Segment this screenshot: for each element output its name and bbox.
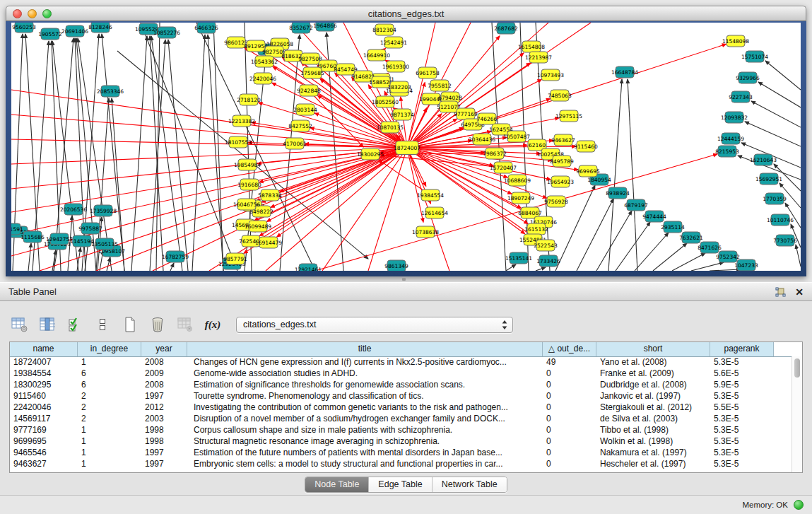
table-cell[interactable]: 49 [543,356,596,368]
table-cell[interactable]: 9465546 [10,447,78,458]
table-cell[interactable]: 2008 [141,379,187,390]
graph-node[interactable]: 10110746 [767,214,794,226]
memory-status-icon[interactable] [794,500,804,510]
table-mode-icon[interactable] [11,316,28,333]
graph-node[interactable]: 6466326 [194,23,218,33]
graph-node[interactable]: 8427552 [288,120,312,132]
graph-node[interactable]: 11548098 [722,35,749,47]
table-cell[interactable]: 2 [78,413,141,424]
graph-node[interactable]: 16782759 [162,251,189,262]
table-cell[interactable]: 5.3E-5 [710,413,774,424]
table-cell[interactable]: Tibbo et al. (1998) [596,424,710,436]
table-cell[interactable]: Nakamura et al. (1997) [596,447,710,458]
graph-node[interactable]: 20691406 [61,25,88,37]
graph-node[interactable]: 12614654 [421,207,448,218]
graph-node[interactable]: 9242848 [297,85,321,96]
table-cell[interactable]: 5.3E-5 [710,458,774,469]
close-panel-icon[interactable]: ✕ [795,286,804,298]
graph-node[interactable]: 20853346 [97,86,124,97]
graph-node[interactable]: 5878334 [258,189,282,201]
graph-node[interactable]: 9871374 [390,109,414,120]
graph-node[interactable]: 1115686 [20,231,45,243]
column-header-in_degree[interactable]: in_degree [78,342,141,356]
graph-node[interactable]: 8938924 [606,187,630,199]
table-row[interactable]: 1938455462009Genome-wide association stu… [10,368,792,379]
table-cell[interactable]: 6 [78,368,141,379]
graph-edge[interactable] [309,90,363,147]
graph-node[interactable]: 9975887 [78,223,102,234]
graph-node[interactable]: 12975115 [555,110,582,122]
table-cell[interactable]: Investigating the contribution of common… [187,402,543,413]
graph-node[interactable]: 9777169 [454,108,478,119]
graph-node[interactable]: 8215953 [715,146,739,157]
graph-edge[interactable] [254,148,407,221]
graph-node[interactable]: 746266 [477,113,498,124]
clear-selection-icon[interactable] [94,316,111,333]
table-row[interactable]: 946362711997Embryonic stem cells: a mode… [10,458,792,469]
table-row[interactable]: 1456911722003Disruption of a novel membe… [10,413,792,424]
graph-node[interactable]: 17359928 [90,205,117,216]
table-cell[interactable]: 0 [543,379,596,390]
column-header-pagerank[interactable]: pagerank [710,342,774,356]
column-header-short[interactable]: short [596,342,710,356]
graph-node[interactable]: 1759685 [300,67,324,78]
graph-node[interactable]: 1964866 [313,23,337,31]
table-cell[interactable]: 5.5E-5 [710,402,774,413]
graph-node[interactable]: 4170061 [283,138,307,149]
table-row[interactable]: 911546021997Tourette syndrome. Phenomeno… [10,390,792,402]
table-cell[interactable]: 1997 [141,390,187,402]
graph-node[interactable]: 8128246 [88,23,112,33]
table-cell[interactable]: 5.3E-5 [710,436,774,447]
tab-node-table[interactable]: Node Table [305,477,368,492]
table-cell[interactable]: 5.9E-5 [710,379,774,390]
column-header-year[interactable]: year [141,342,187,356]
table-cell[interactable]: 2003 [141,413,187,424]
graph-node[interactable]: 8352672 [289,23,313,33]
table-cell[interactable]: Changes of HCN gene expression and I(f) … [187,356,543,368]
table-row[interactable]: 946554611997Estimation of the future num… [10,447,792,458]
table-row[interactable]: 969969511998Structural magnetic resonanc… [10,436,792,447]
table-cell[interactable]: 0 [543,458,596,469]
table-cell[interactable]: 5.3E-5 [710,390,774,402]
graph-node[interactable]: 7730756 [773,235,797,246]
graph-node[interactable]: 9115460 [574,141,598,152]
graph-node[interactable]: 9227343 [729,91,753,103]
graph-node[interactable]: 10973493 [537,69,564,81]
graph-node[interactable]: 12444159 [717,133,744,144]
graph-node[interactable]: 9756928 [544,196,568,207]
graph-node[interactable]: 9463627 [551,134,575,146]
vertical-scrollbar[interactable] [792,356,802,472]
table-cell[interactable]: 18300295 [10,379,78,390]
table-cell[interactable]: 14569117 [10,413,78,424]
graph-node[interactable]: 22420046 [249,73,276,84]
column-header-out_de[interactable]: △ out_de... [543,342,596,356]
table-cell[interactable]: 5.3E-5 [710,356,774,368]
graph-node[interactable]: 16648784 [611,66,638,78]
graph-node[interactable]: 1047233 [734,259,758,271]
graph-node[interactable]: 12542491 [380,37,407,48]
table-cell[interactable]: 19384554 [10,368,78,379]
graph-node[interactable]: 2718120 [237,94,261,105]
graph-node[interactable]: 2687682 [494,23,518,34]
table-cell[interactable]: 5.3E-5 [710,424,774,436]
float-panel-icon[interactable] [775,286,786,298]
table-cell[interactable]: Embryonic stem cells: a model to study s… [187,458,543,469]
graph-node[interactable]: 16154808 [518,41,545,52]
table-cell[interactable]: Stergiakouli et al. (2012) [596,402,710,413]
graph-node[interactable]: 1832203 [387,81,411,93]
table-cell[interactable]: Estimation of significance thresholds fo… [187,379,543,390]
table-cell[interactable]: 1 [78,447,141,458]
table-cell[interactable]: 2 [78,402,141,413]
table-cell[interactable]: 1997 [141,458,187,469]
table-cell[interactable]: 9777169 [10,424,78,436]
table-cell[interactable]: 1997 [141,447,187,458]
table-cell[interactable]: 1 [78,458,141,469]
graph-node[interactable]: 7485063 [548,90,572,101]
table-cell[interactable]: Tourette syndrome. Phenomenology and cla… [187,390,543,402]
table-cell[interactable]: 2 [78,390,141,402]
graph-node[interactable]: 9329966 [736,72,760,83]
graph-node[interactable]: 8471626 [698,242,722,253]
select-all-icon[interactable] [66,316,83,333]
graph-node[interactable]: 9560253 [12,23,36,33]
graph-node[interactable]: 9857791 [223,253,247,264]
